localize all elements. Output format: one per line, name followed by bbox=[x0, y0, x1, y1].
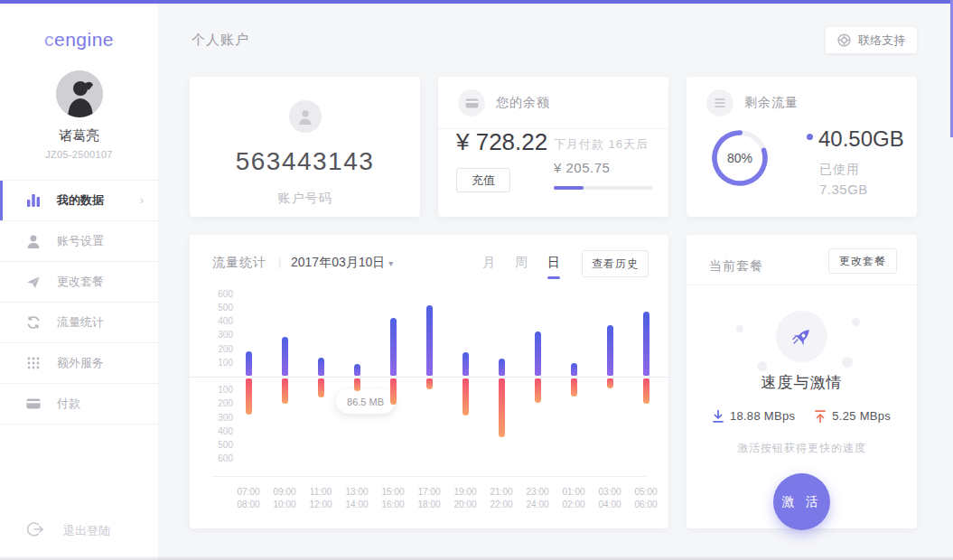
account-card: 563443143 账户号码 bbox=[190, 77, 420, 217]
chart-tooltip: 86.5 MB bbox=[336, 389, 395, 414]
refresh-icon bbox=[25, 314, 42, 331]
current-plan-card: 当前套餐 更改套餐 速度与激情 bbox=[687, 235, 917, 528]
bar-upload[interactable] bbox=[390, 378, 397, 405]
wallet-icon bbox=[458, 89, 485, 117]
y-axis-tick: 100 bbox=[206, 358, 233, 368]
y-axis-tick: 200 bbox=[206, 398, 233, 408]
user-id: JZ05-2500107 bbox=[0, 149, 158, 160]
y-axis-tick: 500 bbox=[206, 303, 233, 313]
x-axis-tick: 09:0010:00 bbox=[266, 486, 303, 511]
bar-download[interactable] bbox=[246, 351, 252, 376]
sidebar-item-my-data[interactable]: 我的数据 › bbox=[0, 181, 158, 221]
data-percent: 80% bbox=[709, 151, 771, 165]
top-accent-bar bbox=[0, 0, 953, 4]
sidebar-item-payment[interactable]: 付款 bbox=[0, 384, 158, 425]
sidebar: cengine 诸葛亮 JZ05-2500107 我的数据 › 账号设置 bbox=[0, 4, 158, 560]
rocket-badge bbox=[776, 311, 827, 362]
used-amount: 7.35GB bbox=[819, 182, 868, 197]
bar-download[interactable] bbox=[318, 358, 324, 376]
list-icon bbox=[706, 89, 733, 117]
page-title: 个人账户 bbox=[192, 32, 249, 49]
sidebar-item-account-settings[interactable]: 账号设置 bbox=[0, 221, 158, 262]
bar-upload[interactable] bbox=[426, 378, 433, 389]
bar-download[interactable] bbox=[607, 325, 613, 376]
rocket-icon bbox=[790, 325, 814, 349]
sidebar-item-traffic-stats[interactable]: 流量统计 bbox=[0, 303, 158, 343]
bar-upload[interactable] bbox=[643, 378, 649, 404]
support-lifering-icon bbox=[837, 33, 851, 47]
y-axis-tick: 400 bbox=[206, 316, 233, 326]
upload-speed: 5.25 MBps bbox=[815, 409, 891, 423]
chevron-right-icon: › bbox=[140, 194, 144, 207]
x-axis-tick: 05:0006:00 bbox=[628, 486, 664, 511]
bar-download[interactable] bbox=[282, 337, 288, 376]
x-axis-tick: 19:0020:00 bbox=[447, 486, 483, 511]
x-axis-tick: 17:0018:00 bbox=[411, 486, 447, 511]
bar-upload[interactable] bbox=[462, 378, 469, 415]
bar-download[interactable] bbox=[643, 312, 649, 376]
bar-upload[interactable] bbox=[499, 378, 505, 437]
change-plan-button[interactable]: 更改套餐 bbox=[828, 248, 897, 274]
x-axis-tick: 13:0014:00 bbox=[339, 486, 375, 511]
sidebar-item-extra-services[interactable]: 额外服务 bbox=[0, 343, 158, 384]
y-axis-tick: 200 bbox=[206, 344, 233, 354]
data-donut: 80% bbox=[709, 127, 771, 189]
x-axis-tick: 21:0022:00 bbox=[483, 486, 519, 511]
y-axis-tick: 600 bbox=[206, 453, 233, 463]
y-axis-tick: 100 bbox=[206, 385, 233, 395]
bottom-shadow-edge bbox=[0, 555, 953, 560]
remaining-data-card: 剩余流量 80% 40.50GB 已使用 7.35GB bbox=[687, 77, 917, 217]
balance-card: 您的余额 ¥ 728.22 充值 下月付款 16天后 ¥ 205.75 bbox=[438, 77, 668, 217]
traffic-chart-card: 流量统计 | 2017年03月10日▾ 月 周 日 查看历史 86.5 MB 6… bbox=[190, 235, 668, 528]
bar-download[interactable] bbox=[390, 318, 397, 376]
bar-upload[interactable] bbox=[318, 378, 324, 397]
bar-chart-icon bbox=[25, 192, 42, 209]
remaining-amount: 40.50GB bbox=[818, 126, 904, 152]
account-user-icon bbox=[289, 100, 322, 133]
chart-bottom-line bbox=[212, 476, 646, 477]
bar-upload[interactable] bbox=[607, 378, 613, 388]
used-label: 已使用 bbox=[819, 162, 860, 178]
x-axis-tick: 11:0012:00 bbox=[303, 486, 339, 511]
account-number: 563443143 bbox=[190, 147, 420, 176]
bar-upload[interactable] bbox=[246, 378, 252, 415]
download-icon bbox=[713, 410, 724, 423]
activate-button[interactable]: 激 活 bbox=[773, 473, 830, 530]
bar-download[interactable] bbox=[354, 364, 360, 376]
deco-dot bbox=[757, 361, 767, 371]
payment-progress-fill bbox=[554, 186, 584, 190]
main-content: 个人账户 联络支持 563443143 账户号码 您的余额 ¥ 728.22 充… bbox=[158, 4, 953, 560]
bar-upload[interactable] bbox=[571, 378, 577, 397]
payment-progress-track bbox=[554, 186, 653, 190]
chart-baseline bbox=[190, 377, 668, 378]
support-button[interactable]: 联络支持 bbox=[826, 27, 917, 53]
logo: cengine bbox=[0, 29, 158, 51]
bar-upload[interactable] bbox=[535, 378, 541, 403]
y-axis-tick: 600 bbox=[206, 289, 233, 299]
next-payment-amount: ¥ 205.75 bbox=[554, 160, 610, 175]
bar-download[interactable] bbox=[426, 305, 433, 376]
bar-download[interactable] bbox=[571, 363, 577, 376]
y-axis-tick: 300 bbox=[206, 330, 233, 340]
credit-card-icon bbox=[25, 396, 42, 412]
sidebar-item-change-plan[interactable]: 更改套餐 bbox=[0, 262, 158, 303]
balance-amount: ¥ 728.22 bbox=[456, 128, 547, 156]
bar-upload[interactable] bbox=[354, 378, 360, 391]
x-axis-tick: 07:0008:00 bbox=[230, 486, 266, 511]
bar-download[interactable] bbox=[535, 331, 541, 376]
plan-speed-stats: 18.88 MBps 5.25 MBps bbox=[687, 409, 917, 423]
deco-dot bbox=[842, 357, 853, 368]
avatar bbox=[56, 70, 103, 117]
deco-dot bbox=[736, 325, 743, 332]
logout-button[interactable]: 退出登陆 bbox=[0, 522, 110, 540]
recharge-button[interactable]: 充值 bbox=[456, 168, 510, 192]
remaining-data-header: 剩余流量 bbox=[687, 77, 917, 117]
x-axis-tick: 15:0016:00 bbox=[375, 486, 411, 511]
chart-plot: 86.5 MB 60060050050040040030030020020010… bbox=[190, 235, 668, 528]
bar-download[interactable] bbox=[462, 352, 469, 376]
bar-download[interactable] bbox=[499, 359, 505, 376]
bar-upload[interactable] bbox=[282, 378, 288, 404]
x-axis-tick: 01:0002:00 bbox=[556, 486, 592, 511]
y-axis-tick: 400 bbox=[206, 426, 233, 436]
divider bbox=[687, 285, 917, 285]
